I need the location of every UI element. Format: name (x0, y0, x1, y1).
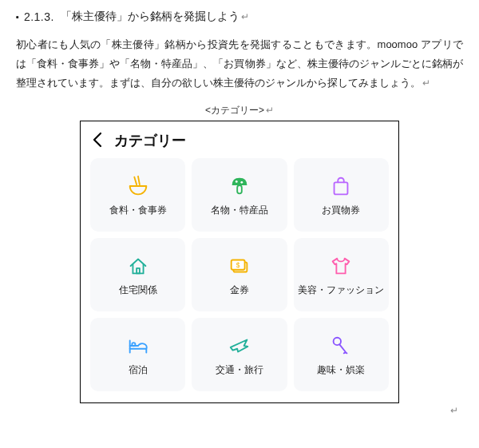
app-screenshot: カテゴリー 食料・食事券名物・特産品お買物券住宅関係$金券美容・ファッション宿泊… (80, 121, 399, 403)
category-tile-beauty[interactable]: 美容・ファッション (294, 238, 389, 311)
category-label: 名物・特産品 (211, 204, 268, 216)
svg-rect-6 (137, 268, 140, 273)
category-label: 住宅関係 (119, 284, 157, 296)
screenshot-title: カテゴリー (114, 131, 186, 150)
caption-text: <カテゴリー> (205, 105, 264, 116)
house-icon (126, 254, 150, 278)
category-label: 宿泊 (129, 364, 148, 376)
paragraph-text: 初心者にも人気の「株主優待」銘柄から投資先を発掘することもできます。moomoo… (16, 38, 463, 89)
figure-caption: <カテゴリー>↵ (16, 104, 463, 117)
category-label: 交通・旅行 (216, 364, 263, 376)
category-grid: 食料・食事券名物・特産品お買物券住宅関係$金券美容・ファッション宿泊交通・旅行趣… (81, 157, 398, 402)
mushroom-icon (228, 174, 251, 198)
section-title: 「株主優待」から銘柄を発掘しよう (61, 10, 240, 24)
tshirt-icon (329, 254, 353, 278)
screenshot-header: カテゴリー (81, 121, 398, 157)
section-number: 2.1.3. (24, 10, 54, 23)
svg-text:$: $ (236, 261, 240, 269)
bullet-icon: ▪ (16, 12, 19, 22)
cash-voucher-icon: $ (228, 254, 251, 278)
bed-icon (126, 334, 150, 358)
category-tile-hobby[interactable]: 趣味・娯楽 (294, 318, 389, 391)
screenshot-wrapper: カテゴリー 食料・食事券名物・特産品お買物券住宅関係$金券美容・ファッション宿泊… (16, 121, 463, 403)
svg-point-4 (240, 181, 243, 184)
svg-point-10 (132, 343, 135, 346)
return-mark: ↵ (241, 11, 249, 22)
return-mark: ↵ (422, 77, 430, 89)
category-label: 食料・食事券 (109, 204, 167, 216)
category-tile-voucher[interactable]: $金券 (192, 238, 287, 311)
category-label: 金券 (230, 284, 249, 296)
microphone-icon (329, 334, 353, 358)
svg-point-3 (236, 180, 238, 183)
svg-line-0 (134, 176, 137, 184)
body-paragraph: 初心者にも人気の「株主優待」銘柄から投資先を発掘することもできます。moomoo… (16, 35, 463, 93)
section-heading: ▪ 2.1.3. 「株主優待」から銘柄を発掘しよう ↵ (16, 10, 463, 24)
back-icon[interactable] (92, 132, 103, 150)
return-mark: ↵ (266, 105, 274, 116)
noodle-bowl-icon (126, 174, 150, 198)
category-tile-specialty[interactable]: 名物・特産品 (192, 158, 287, 232)
airplane-icon (228, 334, 251, 358)
category-label: 美容・ファッション (298, 284, 384, 296)
category-tile-travel[interactable]: 交通・旅行 (192, 318, 287, 391)
category-tile-housing[interactable]: 住宅関係 (90, 238, 185, 311)
category-label: 趣味・娯楽 (317, 364, 365, 376)
category-tile-lodging[interactable]: 宿泊 (90, 318, 185, 391)
svg-rect-2 (237, 185, 242, 193)
svg-line-1 (138, 176, 140, 184)
category-tile-food[interactable]: 食料・食事券 (90, 158, 185, 232)
svg-rect-5 (335, 182, 348, 194)
document-page: ▪ 2.1.3. 「株主優待」から銘柄を発掘しよう ↵ 初心者にも人気の「株主優… (0, 0, 479, 435)
category-tile-shopping[interactable]: お買物券 (294, 158, 389, 232)
category-label: お買物券 (322, 204, 360, 216)
shopping-bag-icon (329, 174, 353, 198)
trailing-return-mark: ↵ (16, 405, 463, 416)
